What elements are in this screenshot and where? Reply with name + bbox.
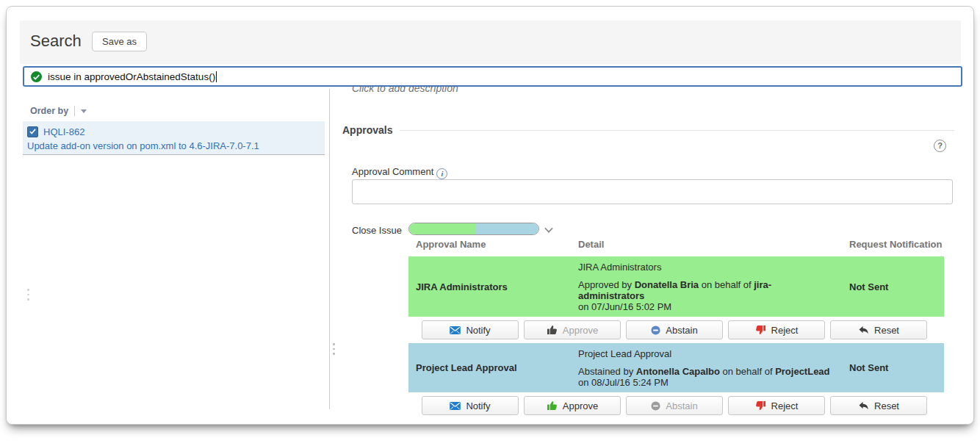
- jql-query-text: issue in approvedOrAbstainedStatus(): [48, 71, 215, 82]
- detail-action-line: Abstained by Antonella Capalbo on behalf…: [578, 366, 837, 377]
- jql-valid-check-icon: [31, 71, 42, 82]
- approve-label: Approve: [563, 400, 598, 411]
- close-issue-status-select[interactable]: [408, 223, 539, 235]
- reject-label: Reject: [771, 325, 799, 336]
- undo-arrow-icon: [858, 325, 869, 335]
- approve-button[interactable]: Approve: [524, 396, 621, 415]
- circle-minus-icon: [651, 325, 660, 335]
- text-cursor: [216, 71, 217, 82]
- approval-row-project-lead: Project Lead Approval Project Lead Appro…: [408, 343, 944, 392]
- approval-actions-row-1: Notify Approve Abstain: [422, 320, 927, 339]
- abstain-label: Abstain: [666, 400, 697, 411]
- detail-title: Project Lead Approval: [578, 348, 837, 359]
- notify-label: Notify: [466, 325, 490, 336]
- reset-label: Reset: [874, 325, 899, 336]
- approval-row-jira-administrators: JIRA Administrators JIRA Administrators …: [408, 256, 944, 317]
- splitter-drag-handle-icon[interactable]: [333, 343, 335, 358]
- search-header-band: Search Save as: [20, 21, 961, 64]
- close-issue-label: Close Issue: [352, 225, 402, 236]
- detail-date-line: on 08/Jul/16 5:24 PM: [578, 377, 837, 388]
- status-segment-abstained: [475, 223, 538, 234]
- issue-summary[interactable]: Update add-on version on pom.xml to 4.6-…: [27, 140, 320, 152]
- approval-comment-input[interactable]: [352, 179, 953, 204]
- chevron-down-icon[interactable]: [544, 224, 552, 232]
- notify-button[interactable]: Notify: [422, 320, 519, 339]
- actor-name: Donatella Bria: [635, 279, 699, 290]
- approval-detail: JIRA Administrators Approved by Donatell…: [572, 256, 843, 317]
- reject-button[interactable]: Reject: [728, 396, 825, 415]
- issue-key[interactable]: HQLI-862: [43, 126, 84, 137]
- page-title: Search: [30, 32, 82, 51]
- approval-actions-row-2: Notify Approve Abstain: [422, 396, 927, 415]
- thumbs-up-icon: [547, 325, 558, 335]
- envelope-icon: [450, 326, 461, 334]
- table-header-row: Approval Name Detail Request Notificatio…: [408, 239, 944, 256]
- detail-date-line: on 07/Jun/16 5:02 PM: [578, 301, 837, 312]
- col-approval-name: Approval Name: [408, 239, 572, 250]
- abstain-button-disabled[interactable]: Abstain: [626, 396, 723, 415]
- detail-title: JIRA Administrators: [578, 262, 837, 273]
- notify-label: Notify: [466, 400, 490, 411]
- approval-detail: Project Lead Approval Abstained by Anton…: [572, 343, 843, 392]
- chevron-down-icon: [81, 109, 87, 113]
- circle-minus-icon: [651, 401, 660, 411]
- reject-label: Reject: [771, 400, 799, 411]
- approval-comment-label: Approval Commenti: [352, 166, 447, 179]
- issue-list-item[interactable]: HQLI-862 Update add-on version on pom.xm…: [23, 121, 325, 155]
- approval-name: Project Lead Approval: [408, 343, 572, 392]
- left-edge-drag-handle-icon[interactable]: [27, 289, 29, 303]
- screenshot-stage: Search Save as Click to add description …: [0, 0, 980, 446]
- order-by-label: Order by: [30, 106, 68, 116]
- detail-action-line: Approved by Donatella Bria on behalf of …: [578, 279, 837, 301]
- reject-button[interactable]: Reject: [728, 320, 825, 339]
- col-request-notification: Request Notification: [843, 239, 944, 250]
- approvals-table: Approval Name Detail Request Notificatio…: [408, 239, 944, 419]
- action-text: Abstained by: [578, 366, 633, 377]
- help-icon[interactable]: ?: [934, 140, 946, 152]
- info-icon[interactable]: i: [436, 168, 447, 179]
- thumbs-down-icon: [755, 400, 766, 411]
- jql-search-input[interactable]: issue in approvedOrAbstainedStatus(): [23, 66, 962, 87]
- reset-label: Reset: [874, 400, 899, 411]
- order-by-control[interactable]: Order by: [30, 105, 87, 117]
- panel-divider[interactable]: [329, 89, 330, 409]
- col-detail: Detail: [572, 239, 843, 250]
- approval-comment-label-text: Approval Comment: [352, 166, 433, 177]
- section-rule: [400, 130, 954, 131]
- notify-button[interactable]: Notify: [422, 396, 519, 415]
- thumbs-up-icon: [547, 400, 558, 411]
- order-by-separator: [74, 106, 75, 116]
- abstain-button[interactable]: Abstain: [626, 320, 723, 339]
- thumbs-down-icon: [755, 325, 766, 335]
- approval-name: JIRA Administrators: [408, 256, 572, 317]
- reset-button[interactable]: Reset: [830, 320, 927, 339]
- abstain-label: Abstain: [666, 325, 697, 336]
- connector-text: on behalf of: [723, 366, 773, 377]
- app-window: Search Save as Click to add description …: [6, 6, 974, 425]
- envelope-icon: [450, 402, 461, 410]
- behalf-name: ProjectLead: [775, 366, 829, 377]
- status-segment-approved: [409, 223, 475, 234]
- undo-arrow-icon: [858, 401, 869, 411]
- save-as-button[interactable]: Save as: [92, 32, 147, 51]
- approvals-title: Approvals: [342, 124, 392, 136]
- connector-text: on behalf of: [702, 279, 752, 290]
- approve-label: Approve: [563, 325, 598, 336]
- issue-checkbox[interactable]: [27, 126, 38, 137]
- action-text: Approved by: [578, 279, 632, 290]
- reset-button[interactable]: Reset: [830, 396, 927, 415]
- actor-name: Antonella Capalbo: [636, 366, 720, 377]
- notification-status: Not Sent: [843, 343, 944, 392]
- approvals-section-header: Approvals: [342, 124, 954, 136]
- approve-button-disabled[interactable]: Approve: [524, 320, 621, 339]
- notification-status: Not Sent: [843, 256, 944, 317]
